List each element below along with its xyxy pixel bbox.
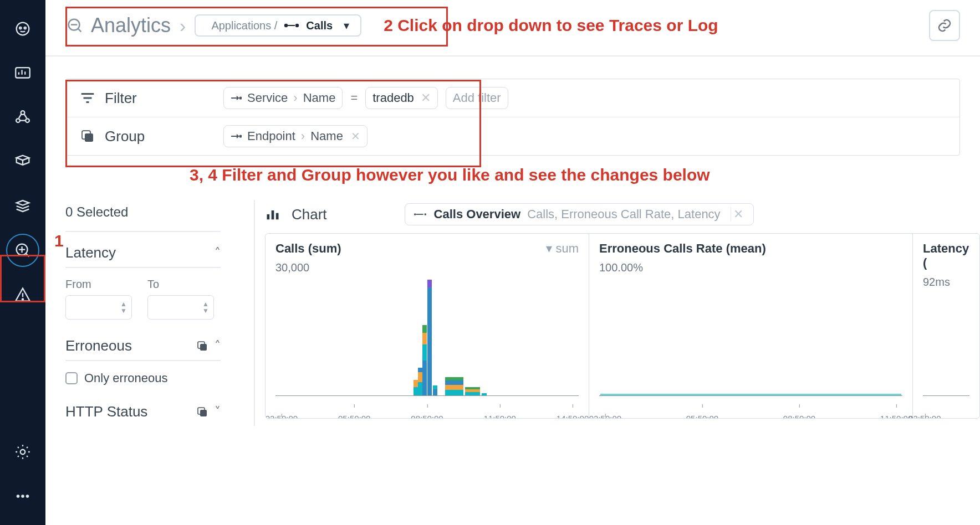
chart-calls-agg-selector[interactable]: ▾ sum [546,241,579,256]
x-tick: 14:50:00 [557,414,589,419]
bar-segment [445,390,463,395]
x-tick: 08:50:00 [411,414,443,419]
group-icon [196,405,209,419]
spinner-up-icon[interactable]: ▲ [120,301,127,307]
bar-segment [433,385,437,389]
bar-segment [427,287,432,395]
analytics-icon [13,241,32,260]
svg-point-0 [17,23,29,35]
bar-segment [445,385,463,390]
section-http-header[interactable]: HTTP Status ˅ [65,403,221,420]
x-tick: 02:50:00Mar 30 [589,414,621,419]
filter-row: Filter Service › Name = tradedb ✕ Add fi… [66,79,959,117]
filter-icon [79,90,96,106]
bar-segment [414,380,418,387]
nav-stack[interactable] [7,191,38,222]
nav-home[interactable] [7,13,38,44]
arrow-icon [231,94,242,102]
chart-chip-light: Calls, Erroneous Call Rate, Latency [527,207,721,222]
chevron-down-icon: ▾ [546,241,552,256]
link-icon [936,17,953,34]
nav-infrastructure[interactable] [7,102,38,133]
pipeline-icon [13,152,32,171]
filter-value-chip[interactable]: tradedb ✕ [365,87,438,109]
bar-segment [445,380,463,385]
chart-calls-plot[interactable]: 02:50:00Mar 3005:50:0008:50:0011:50:0014… [275,280,579,414]
chart-latency-ymax: 92ms [923,276,969,289]
svg-point-10 [17,495,20,498]
side-panel: 0 Selected Latency ˄ From ▲▼ To ▲▼ [65,200,254,426]
infrastructure-icon [13,108,32,127]
nav-dashboard[interactable] [7,58,38,89]
svg-point-4 [21,111,25,115]
alert-icon [13,285,32,304]
chart-overview-chip[interactable]: Calls Overview Calls, Erroneous Call Rat… [405,203,754,225]
nav-alerts[interactable] [7,279,38,310]
nav-analytics[interactable] [7,235,38,266]
latency-to-input[interactable]: ▲▼ [147,295,214,320]
remove-chart-chip[interactable]: ✕ [731,207,746,222]
svg-rect-27 [267,214,270,219]
only-erroneous-label: Only erroneous [84,371,167,385]
only-erroneous-checkbox-row[interactable]: Only erroneous [65,371,241,385]
breadcrumb-root[interactable]: Analytics [65,14,171,37]
chart-calls-agg: sum [555,241,579,256]
bar-segment [422,344,427,361]
nav-pipeline[interactable] [7,146,38,177]
spinner-up-icon[interactable]: ▲ [202,301,209,307]
remove-filter-value[interactable]: ✕ [421,91,431,105]
bar-segment [445,377,463,380]
only-erroneous-checkbox[interactable] [65,372,78,384]
annotation-step-2: 2 Click on drop down to see Traces or Lo… [384,16,718,35]
group-icon [196,339,209,353]
svg-rect-21 [85,133,93,142]
breadcrumb-current-label: Calls [306,19,333,32]
search-icon [65,16,84,35]
svg-point-8 [22,298,23,300]
section-latency-header[interactable]: Latency ˄ [65,244,221,261]
spinner-down-icon[interactable]: ▼ [202,308,209,313]
latency-from-input[interactable]: ▲▼ [65,295,132,320]
chart-grid: Calls (sum) ▾ sum 30,000 02:50:00Mar 300… [265,233,980,419]
nav-more[interactable] [7,481,38,512]
add-filter-button[interactable]: Add filter [446,87,508,109]
chart-latency-plot[interactable]: 02:50:00Mar 30 [923,294,969,414]
bar-segment [422,333,427,344]
chart-calls-title: Calls (sum) [275,241,341,256]
breadcrumb-context-selector[interactable]: Applications / Calls ▾ [195,14,361,37]
svg-point-18 [296,24,298,27]
latency-to-label: To [147,278,214,291]
annotation-step-1: 1 [54,231,64,250]
svg-point-2 [24,27,26,29]
filter-chip-service-name[interactable]: Service › Name [223,87,343,109]
section-erroneous-header[interactable]: Erroneous ˄ [65,337,221,354]
selected-count: 0 Selected [65,204,241,220]
svg-point-5 [16,119,20,122]
copy-link-button[interactable] [929,10,960,41]
filter-op: = [350,91,358,105]
group-chip-endpoint-name[interactable]: Endpoint › Name ✕ [223,125,368,147]
bar-segment [422,325,427,333]
remove-group-chip[interactable]: ✕ [351,130,360,143]
calls-icon [413,210,427,218]
group-chip-path-0: Endpoint [247,129,295,143]
spinner-down-icon[interactable]: ▼ [120,308,127,313]
arrow-icon [231,132,242,140]
nav-settings[interactable] [7,436,38,467]
svg-point-31 [424,213,426,215]
breadcrumb-root-label: Analytics [91,14,171,37]
group-chip-path-1: Name [310,129,343,143]
add-filter-label: Add filter [453,91,501,105]
bar-segment [422,361,427,395]
chart-card-erroneous: Erroneous Calls Rate (mean) 100.00% 02:5… [589,234,913,418]
x-tick: 08:50:00 [783,414,815,419]
chevron-up-icon: ˄ [215,246,221,260]
breadcrumb-row: Analytics › Applications / Calls ▾ 2 Cli… [45,0,980,55]
svg-point-6 [25,119,29,122]
x-tick: 11:50:00 [880,414,912,419]
stack-icon [13,197,32,215]
svg-point-12 [26,495,29,498]
svg-rect-24 [200,344,207,351]
chart-erroneous-plot[interactable]: 02:50:00Mar 3005:50:0008:50:0011:50:00 [599,280,902,414]
chart-chip-bold: Calls Overview [434,207,521,222]
